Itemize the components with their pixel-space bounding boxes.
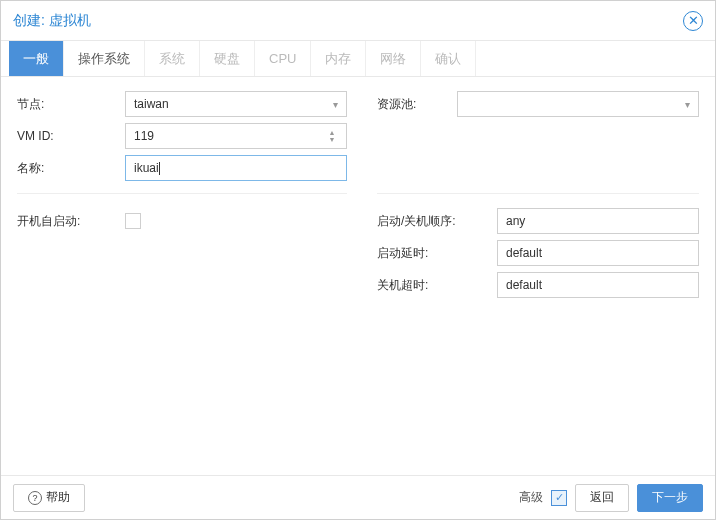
- back-button[interactable]: 返回: [575, 484, 629, 512]
- name-value: ikuai: [134, 161, 160, 175]
- divider: [17, 193, 347, 194]
- autostart-checkbox[interactable]: [125, 213, 141, 229]
- wizard-tabs: 一般 操作系统 系统 硬盘 CPU 内存 网络 确认: [1, 41, 715, 77]
- help-button[interactable]: ? 帮助: [13, 484, 85, 512]
- order-value: any: [506, 214, 525, 228]
- help-label: 帮助: [46, 489, 70, 506]
- pool-label: 资源池:: [377, 96, 457, 113]
- order-input[interactable]: any: [497, 208, 699, 234]
- chevron-down-icon: ▾: [685, 99, 690, 110]
- advanced-checkbox[interactable]: ✓: [551, 490, 567, 506]
- tab-memory: 内存: [311, 41, 366, 76]
- spinner-arrows-icon[interactable]: ▲▼: [326, 129, 338, 143]
- tab-disk: 硬盘: [200, 41, 255, 76]
- tab-cpu: CPU: [255, 41, 311, 76]
- chevron-down-icon: ▾: [333, 99, 338, 110]
- startup-delay-input[interactable]: default: [497, 240, 699, 266]
- tab-network: 网络: [366, 41, 421, 76]
- order-label: 启动/关机顺序:: [377, 213, 497, 230]
- vmid-spinner[interactable]: 119 ▲▼: [125, 123, 347, 149]
- create-vm-dialog: 创建: 虚拟机 ✕ 一般 操作系统 系统 硬盘 CPU 内存 网络 确认 节点:…: [0, 0, 716, 520]
- tab-general[interactable]: 一般: [9, 41, 64, 76]
- name-input-wrapper[interactable]: ikuai: [125, 155, 347, 181]
- node-select[interactable]: taiwan ▾: [125, 91, 347, 117]
- pool-select[interactable]: ▾: [457, 91, 699, 117]
- node-label: 节点:: [17, 96, 125, 113]
- dialog-title: 创建: 虚拟机: [13, 12, 683, 30]
- node-value: taiwan: [134, 97, 169, 111]
- close-icon[interactable]: ✕: [683, 11, 703, 31]
- shutdown-timeout-input[interactable]: default: [497, 272, 699, 298]
- startup-delay-label: 启动延时:: [377, 245, 497, 262]
- dialog-header: 创建: 虚拟机 ✕: [1, 1, 715, 41]
- startup-delay-value: default: [506, 246, 542, 260]
- tab-system: 系统: [145, 41, 200, 76]
- dialog-footer: ? 帮助 高级 ✓ 返回 下一步: [1, 475, 715, 519]
- help-icon: ?: [28, 491, 42, 505]
- shutdown-timeout-value: default: [506, 278, 542, 292]
- form-content: 节点: taiwan ▾ VM ID: 119 ▲▼ 名称: ikuai: [1, 77, 715, 475]
- autostart-label: 开机自启动:: [17, 213, 125, 230]
- vmid-value: 119: [134, 129, 154, 143]
- name-label: 名称:: [17, 160, 125, 177]
- tab-confirm: 确认: [421, 41, 476, 76]
- tab-os[interactable]: 操作系统: [64, 41, 145, 76]
- divider: [377, 193, 699, 194]
- shutdown-timeout-label: 关机超时:: [377, 277, 497, 294]
- vmid-label: VM ID:: [17, 129, 125, 143]
- advanced-label: 高级: [519, 489, 543, 506]
- next-button[interactable]: 下一步: [637, 484, 703, 512]
